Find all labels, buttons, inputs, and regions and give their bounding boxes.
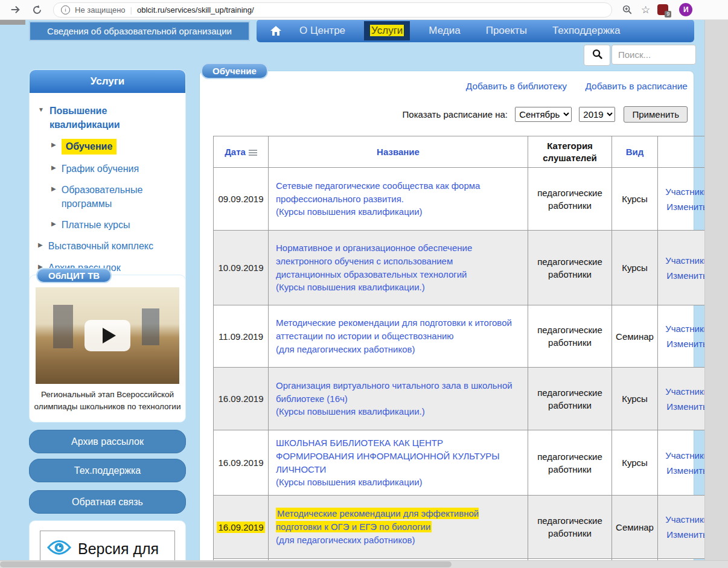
triangle-right-icon: ▶ (51, 185, 56, 192)
sidebar-item-label[interactable]: Повышение квалификации (49, 104, 146, 132)
main-navigation: О Центре Услуги Медиа Проекты Техподдерж… (257, 19, 694, 42)
course-note-link[interactable]: (Курсы повышения квалификации) (276, 476, 520, 489)
zoom-page-icon[interactable] (621, 3, 634, 16)
training-schedule-table: Дата Название Категория слушателей Вид 0… (213, 136, 717, 568)
nav-item-services-label: Услуги (370, 25, 404, 36)
search-icon (592, 48, 603, 62)
sort-by-title-link[interactable]: Название (377, 147, 420, 157)
horizontal-scrollbar[interactable] (0, 560, 728, 568)
course-type: Курсы (612, 430, 658, 496)
course-note-link[interactable]: (Курсы повышения квалификации) (276, 205, 520, 219)
nav-item-support[interactable]: Техподдержка (540, 25, 633, 37)
course-title-link[interactable]: Сетевые педагогические сообщества как фо… (276, 179, 520, 206)
horizontal-scrollbar-thumb[interactable] (0, 561, 452, 567)
vertical-scrollbar[interactable] (704, 19, 728, 561)
table-row: 10.09.2019 Нормативное и организационное… (214, 231, 717, 305)
course-category: педагогические работники (528, 430, 612, 496)
play-icon (103, 328, 116, 343)
course-type: Семинар (612, 496, 658, 559)
course-category: педагогические работники (528, 168, 612, 231)
nav-item-media[interactable]: Медиа (416, 25, 473, 37)
course-type: Семинар (612, 305, 658, 368)
forward-icon[interactable] (8, 3, 22, 16)
content-action-links: Добавить в библиотеку Добавить в расписа… (200, 81, 694, 92)
course-date: 09.09.2019 (214, 168, 269, 231)
course-date: 16.09.2019 (214, 368, 269, 430)
course-category: педагогические работники (528, 368, 612, 430)
sidebar-item-training[interactable]: ▶ Обучение (51, 139, 180, 154)
sidebar-item-label[interactable]: Обучение (62, 139, 117, 154)
month-select[interactable]: Сентябрь (515, 107, 572, 122)
nav-item-services[interactable]: Услуги (364, 21, 410, 40)
year-select[interactable]: 2019 (579, 107, 615, 122)
course-note-link[interactable]: (Курсы повышения квалификации.) (276, 405, 520, 418)
apply-button[interactable]: Применить (624, 106, 688, 123)
address-bar[interactable]: i Не защищено | oblcit.ru/services/skill… (53, 2, 612, 18)
sidebar-item-programs[interactable]: ▶ Образовательные программы (51, 183, 180, 211)
course-note-link[interactable]: (Курсы повышения квалификации.) (276, 281, 520, 294)
course-date: 11.09.2019 (214, 305, 269, 368)
search-input[interactable] (611, 45, 696, 65)
filter-label: Показать расписание на: (403, 109, 508, 120)
course-title-link[interactable]: Нормативное и организационное обеспечени… (276, 241, 520, 281)
course-type: Курсы (612, 168, 658, 231)
add-to-schedule-link[interactable]: Добавить в расписание (585, 81, 688, 91)
search-button[interactable] (584, 45, 610, 66)
course-date: 10.09.2019 (214, 231, 269, 305)
tech-support-button[interactable]: Тех.поддержка (29, 459, 186, 482)
browser-toolbar: i Не защищено | oblcit.ru/services/skill… (0, 0, 728, 20)
org-info-banner[interactable]: Сведения об образовательной организации (29, 21, 250, 41)
course-title-link[interactable]: ШКОЛЬНАЯ БИБЛИОТЕКА КАК ЦЕНТР ФОРМИРОВАН… (276, 436, 520, 476)
extension-icon[interactable]: 9 (657, 4, 668, 15)
services-panel: Услуги ▼ Повышение квалификации ▶ Обучен… (29, 69, 186, 293)
site-info-icon[interactable]: i (61, 5, 70, 14)
course-note-link[interactable]: (для педагогических работников) (276, 343, 520, 356)
sidebar-item-schedule[interactable]: ▶ График обучения (51, 162, 180, 176)
course-category: педагогические работники (528, 231, 612, 305)
sort-by-date-link[interactable]: Дата (225, 147, 246, 157)
course-type: Курсы (612, 231, 658, 305)
course-title-link[interactable]: Организация виртуального читального зала… (276, 379, 520, 406)
table-row: 09.09.2019 Сетевые педагогические сообще… (214, 168, 717, 231)
triangle-right-icon: ▶ (51, 220, 56, 227)
reload-icon[interactable] (30, 3, 43, 16)
sidebar-item-label[interactable]: Выставочный комплекс (48, 239, 153, 253)
sidebar-item-label[interactable]: Платные курсы (62, 218, 130, 232)
triangle-right-icon: ▶ (38, 241, 43, 248)
sidebar-item-label[interactable]: График обучения (62, 162, 139, 176)
course-date: 16.09.2019 (214, 430, 269, 496)
sidebar-item-skill-up[interactable]: ▼ Повышение квалификации (38, 104, 180, 132)
triangle-right-icon: ▶ (51, 141, 56, 148)
home-icon[interactable] (257, 25, 287, 36)
table-row: 16.09.2019 ШКОЛЬНАЯ БИБЛИОТЕКА КАК ЦЕНТР… (214, 430, 717, 496)
course-note-link[interactable]: (для педагогических работников) (276, 534, 520, 547)
course-title-cell: Организация виртуального читального зала… (269, 368, 528, 430)
add-to-library-link[interactable]: Добавить в библиотеку (466, 81, 567, 91)
sort-icon[interactable] (249, 150, 257, 156)
sort-by-type-link[interactable]: Вид (626, 147, 644, 157)
sidebar-item-paid-courses[interactable]: ▶ Платные курсы (51, 218, 180, 232)
course-title-link[interactable]: Методические рекомендации для подготовки… (276, 316, 520, 343)
header-title: Название (269, 136, 528, 168)
nav-item-about[interactable]: О Центре (287, 25, 358, 37)
eye-icon (46, 539, 72, 558)
profile-avatar[interactable]: И (679, 3, 692, 16)
play-button[interactable] (85, 320, 130, 351)
table-header-row: Дата Название Категория слушателей Вид (214, 136, 717, 168)
course-title-cell: Методические рекомендации для подготовки… (269, 305, 528, 368)
course-title-cell: ШКОЛЬНАЯ БИБЛИОТЕКА КАК ЦЕНТР ФОРМИРОВАН… (269, 430, 528, 496)
video-thumbnail[interactable] (36, 287, 179, 384)
security-label: Не защищено (75, 5, 126, 14)
feedback-button[interactable]: Обратная связь (29, 490, 186, 514)
triangle-right-icon: ▶ (51, 164, 56, 171)
bookmark-star-icon[interactable]: ☆ (641, 4, 650, 16)
sidebar-item-label[interactable]: Образовательные программы (62, 183, 164, 211)
extension-badge: 9 (665, 11, 671, 18)
tab-training[interactable]: Обучение (201, 63, 268, 79)
nav-item-projects[interactable]: Проекты (473, 25, 540, 37)
accessibility-label: Версия для (78, 540, 159, 558)
page-url: oblcit.ru/services/skill_up/training/ (137, 5, 254, 14)
sidebar-item-exhibition[interactable]: ▶ Выставочный комплекс (38, 239, 180, 253)
course-title-link[interactable]: Методические рекомендации для эффективно… (276, 507, 520, 534)
mail-archive-button[interactable]: Архив рассылок (29, 430, 186, 453)
